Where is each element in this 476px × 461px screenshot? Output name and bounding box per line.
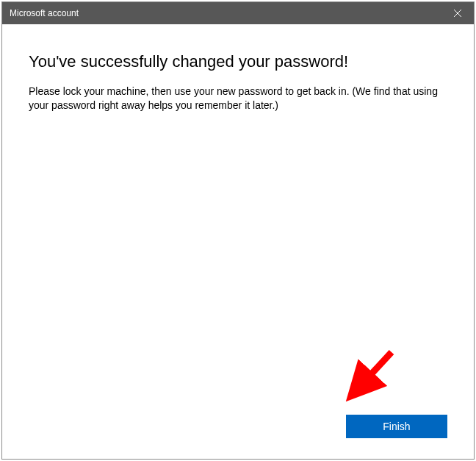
close-icon	[454, 10, 461, 17]
footer: Finish	[346, 415, 447, 438]
dialog-window: Microsoft account You've successfully ch…	[1, 1, 475, 460]
close-button[interactable]	[441, 2, 474, 24]
arrow-annotation-icon	[334, 345, 400, 411]
body-text: Please lock your machine, then use your …	[29, 85, 447, 112]
title-bar: Microsoft account	[2, 2, 474, 24]
svg-line-3	[355, 352, 392, 392]
finish-button[interactable]: Finish	[346, 415, 447, 438]
window-title: Microsoft account	[10, 8, 79, 18]
content-area: You've successfully changed your passwor…	[2, 24, 474, 459]
page-heading: You've successfully changed your passwor…	[29, 52, 447, 71]
